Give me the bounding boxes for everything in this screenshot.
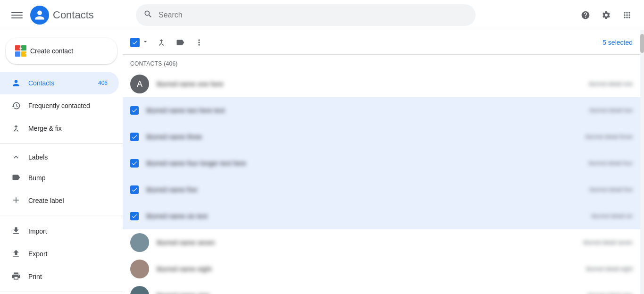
contact-name: blurred name three (146, 133, 202, 141)
scrollbar-thumb[interactable] (640, 34, 644, 53)
more-options-button[interactable] (191, 34, 208, 51)
contact-list: CONTACTS (406) A blurred name one here b… (123, 55, 640, 294)
sidebar-item-contacts[interactable]: Contacts 406 (0, 72, 119, 94)
labels-section-header[interactable]: Labels (0, 148, 123, 167)
table-row[interactable]: blurred name four longer text here blurr… (123, 150, 640, 176)
contact-detail: blurred detail eight (586, 266, 633, 272)
create-label-label: Create label (28, 197, 64, 204)
table-row[interactable]: blurred name two here text blurred detai… (123, 97, 640, 124)
table-row[interactable]: blurred name three blurred detail three (123, 124, 640, 150)
more-vert-icon (194, 38, 204, 47)
merge-toolbar-icon (157, 38, 166, 47)
sidebar-item-merge-fix[interactable]: Merge & fix (0, 117, 119, 140)
table-row[interactable]: blurred name five blurred detail five (123, 176, 640, 203)
svg-rect-8 (20, 47, 21, 50)
sidebar-item-create-label[interactable]: Create label (0, 189, 119, 212)
app-logo (30, 6, 49, 25)
nav-divider-3 (0, 292, 123, 292)
import-icon (11, 226, 21, 237)
search-input-wrap[interactable] (136, 4, 476, 26)
history-icon (11, 101, 21, 110)
contact-name: blurred name two here text (146, 107, 225, 114)
svg-rect-1 (11, 15, 23, 16)
person-icon (11, 78, 21, 88)
table-row[interactable]: blurred name nine blurred detail nine (123, 282, 640, 294)
select-all-checkbox[interactable] (130, 38, 140, 47)
contact-detail: blurred detail seven (583, 239, 633, 246)
table-row[interactable]: A blurred name one here blurred detail o… (123, 71, 640, 97)
label-icon (11, 173, 21, 184)
contact-checkbox[interactable] (130, 106, 139, 115)
contact-detail: blurred detail nine (588, 292, 633, 294)
contact-checkbox[interactable] (130, 185, 139, 194)
frequently-contacted-label: Frequently contacted (28, 102, 108, 109)
app-header: Contacts (0, 0, 644, 30)
select-dropdown-chevron[interactable] (140, 36, 151, 49)
search-icon (143, 9, 153, 20)
scrollbar[interactable] (640, 30, 644, 294)
print-label: Print (28, 273, 42, 280)
contacts-nav-label: Contacts (28, 79, 91, 87)
contacts-list-header: CONTACTS (406) (123, 57, 640, 71)
contacts-nav-count: 406 (98, 80, 108, 86)
plus-colored-icon (15, 45, 26, 57)
sidebar-item-export[interactable]: Export (0, 243, 119, 265)
create-contact-label: Create contact (30, 47, 73, 55)
labels-section-label: Labels (28, 153, 48, 161)
menu-icon[interactable] (8, 6, 26, 25)
create-contact-button[interactable]: Create contact (6, 38, 117, 64)
bump-label: Bump (28, 174, 46, 182)
svg-rect-5 (15, 51, 20, 57)
merge-icon (11, 124, 21, 133)
contact-name: blurred name nine (157, 292, 210, 294)
toolbar: 5 selected (123, 30, 640, 55)
sidebar-item-print[interactable]: Print (0, 265, 119, 288)
contact-name: blurred name four longer text here (146, 160, 246, 167)
print-icon (11, 271, 21, 282)
settings-button[interactable] (597, 6, 616, 25)
sidebar-item-bump[interactable]: Bump (0, 167, 119, 189)
avatar: A (130, 75, 149, 93)
contact-detail: blurred detail three (585, 134, 633, 140)
select-all-checkbox-wrap[interactable] (130, 36, 151, 49)
contact-checkbox[interactable] (130, 212, 139, 220)
nav-divider-2 (0, 216, 123, 216)
contact-checkbox[interactable] (130, 159, 139, 168)
contact-name: blurred name six text (146, 212, 208, 220)
contact-name: blurred name eight (157, 265, 212, 273)
avatar (130, 260, 149, 278)
avatar (130, 286, 149, 294)
svg-rect-9 (25, 53, 26, 54)
avatar (130, 233, 149, 252)
label-button[interactable] (172, 34, 189, 51)
merge-contacts-button[interactable] (153, 34, 170, 51)
help-button[interactable] (576, 6, 595, 25)
search-bar (136, 4, 476, 26)
contact-detail: blurred detail one (589, 81, 633, 87)
contact-name: blurred name seven (157, 239, 215, 246)
app-title: Contacts (53, 9, 94, 21)
selected-count: 5 selected (602, 39, 633, 46)
sidebar-item-import[interactable]: Import (0, 220, 119, 243)
contact-name: blurred name five (146, 186, 197, 193)
svg-rect-0 (11, 12, 23, 13)
content-area: 5 selected CONTACTS (406) A blurred name… (123, 30, 640, 294)
search-input[interactable] (159, 11, 468, 19)
contact-checkbox[interactable] (130, 133, 139, 141)
chevron-up-icon (11, 152, 21, 162)
merge-fix-label: Merge & fix (28, 125, 108, 132)
sidebar: Create contact Contacts 406 Frequently c… (0, 30, 123, 294)
table-row[interactable]: blurred name seven blurred detail seven (123, 229, 640, 256)
contact-detail: blurred detail two (590, 107, 633, 114)
import-label: Import (28, 227, 47, 235)
contact-name: blurred name one here (157, 80, 224, 88)
table-row[interactable]: blurred name eight blurred detail eight (123, 256, 640, 282)
table-row[interactable]: blurred name six text blurred detail six (123, 203, 640, 229)
main-layout: Create contact Contacts 406 Frequently c… (0, 30, 644, 294)
svg-rect-2 (11, 17, 23, 18)
header-actions (576, 6, 636, 25)
apps-button[interactable] (618, 6, 636, 25)
contact-detail: blurred detail five (590, 186, 633, 193)
nav-divider-1 (0, 143, 123, 144)
sidebar-item-frequently-contacted[interactable]: Frequently contacted (0, 94, 119, 117)
